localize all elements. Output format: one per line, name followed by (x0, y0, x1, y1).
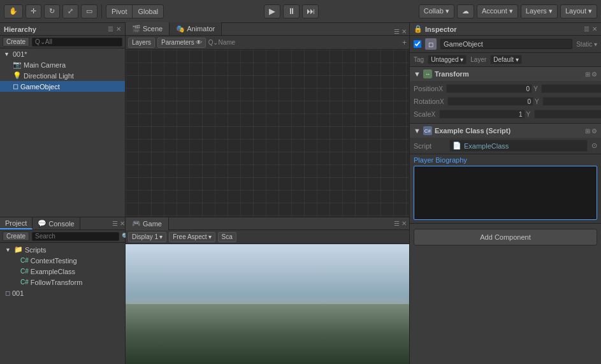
project-item-follow-transform[interactable]: C# FollowTransform (1, 277, 124, 288)
example-menu-icon[interactable]: ⚙ (591, 127, 597, 135)
position-y-input[interactable] (541, 84, 601, 93)
transform-header[interactable]: ▼ ↔ Transform ⊞ ⚙ (410, 67, 601, 81)
project-menu-icon[interactable]: ☰ (112, 220, 118, 227)
pause-button[interactable]: ⏸ (283, 4, 300, 18)
main-area: Hierarchy ☰ ✕ Create ▼ 001* 📷 Main Camer… (0, 23, 601, 364)
add-icon[interactable]: + (402, 38, 407, 47)
display-dropdown[interactable]: Display 1 ▾ (128, 232, 166, 242)
inspector-close-icon[interactable]: ✕ (592, 25, 597, 33)
static-label[interactable]: Static ▾ (576, 41, 597, 48)
rotation-y-input[interactable] (542, 97, 601, 106)
add-component-button[interactable]: Add Component (414, 229, 597, 245)
go-hierarchy-icon: ◻ (13, 82, 18, 91)
game-close-icon[interactable]: ✕ (402, 220, 407, 227)
tab-console[interactable]: 💬 Console (33, 217, 80, 229)
item-label: 001 (12, 289, 24, 297)
hierarchy-item-gameobject[interactable]: ◻ GameObject (0, 81, 125, 92)
tool-rect-button[interactable]: ▭ (81, 4, 98, 18)
position-y-field: Y (533, 84, 601, 93)
project-panel: Project 💬 Console ☰ ✕ Create 🔍 ⧫ (0, 217, 125, 364)
example-ref-icon[interactable]: ⊞ (585, 127, 590, 135)
global-label[interactable]: Global (133, 5, 163, 18)
tab-project[interactable]: Project (0, 217, 33, 229)
hierarchy-menu-icon[interactable]: ☰ (108, 25, 113, 33)
inspector-menu-icon[interactable]: ☰ (584, 25, 590, 33)
layers-button[interactable]: Layers ▾ (521, 4, 558, 18)
project-create-button[interactable]: Create (3, 231, 29, 241)
tab-animator[interactable]: 🎭 Animator (170, 22, 222, 35)
game-tabs: 🎮 Game ☰ ✕ (126, 217, 409, 230)
transform-menu-icon[interactable]: ⚙ (591, 71, 597, 78)
item-label: 001* (13, 50, 27, 58)
position-x-field: X (438, 84, 532, 93)
scene-close-icon[interactable]: ✕ (402, 28, 407, 35)
rotation-x-input[interactable] (447, 97, 533, 106)
layers-dropdown[interactable]: Layers (128, 38, 155, 48)
rotation-x-field: X (440, 97, 533, 106)
hierarchy-search-input[interactable] (32, 38, 122, 47)
animator-tab-label: Animator (187, 25, 215, 33)
script-component-icon: C# (423, 126, 432, 135)
project-item-context-testing[interactable]: C# ContextTesting (1, 255, 124, 266)
hierarchy-item-directional-light[interactable]: 💡 Directional Light (0, 70, 125, 81)
hierarchy-list: ▼ 001* 📷 Main Camera 💡 Directional Light… (0, 48, 125, 217)
project-close-icon[interactable]: ✕ (120, 220, 125, 227)
player-bio-label: Player Biography (414, 156, 597, 164)
hierarchy-panel: Hierarchy ☰ ✕ Create ▼ 001* 📷 Main Camer… (0, 23, 125, 217)
tab-scene[interactable]: 🎬 Scene (126, 22, 170, 35)
tag-dropdown[interactable]: Untagged ▾ (428, 55, 467, 64)
hierarchy-toolbar: Create (0, 36, 125, 48)
gameobject-name-input[interactable] (440, 39, 572, 49)
cloud-button[interactable]: ☁ (457, 4, 474, 18)
project-item-001-scene[interactable]: ◻ 001 (1, 288, 124, 298)
scale-dropdown[interactable]: Sca (218, 232, 236, 242)
item-label: Main Camera (24, 61, 66, 69)
scene-view[interactable] (126, 50, 409, 217)
project-item-example-class[interactable]: C# ExampleClass (1, 266, 124, 277)
pivot-global-toggle[interactable]: Pivot Global (106, 4, 164, 18)
script-value[interactable]: 📄 ExampleClass (449, 140, 588, 152)
left-panel: Hierarchy ☰ ✕ Create ▼ 001* 📷 Main Camer… (0, 23, 126, 364)
ry-label: Y (535, 98, 541, 105)
scale-xyz: X Y Z (431, 110, 601, 119)
hierarchy-create-button[interactable]: Create (3, 37, 29, 47)
play-button[interactable]: ▶ (264, 4, 280, 18)
parameters-dropdown[interactable]: Parameters 👁 (157, 38, 206, 48)
tab-game[interactable]: 🎮 Game (126, 217, 169, 230)
tool-rotate-button[interactable]: ↻ (44, 4, 60, 18)
tool-move-button[interactable]: ✛ (25, 4, 41, 18)
example-class-icons: ⊞ ⚙ (585, 127, 597, 135)
aspect-dropdown[interactable]: Free Aspect ▾ (169, 232, 215, 242)
project-panel-icons: ☰ ✕ (112, 217, 125, 229)
tool-scale-button[interactable]: ⤢ (62, 4, 78, 18)
tool-hand-button[interactable]: ✋ (4, 4, 23, 18)
y-label: Y (533, 85, 540, 92)
tag-layer-row: Tag Untagged ▾ Layer Default ▾ (410, 53, 601, 67)
layer-dropdown[interactable]: Default ▾ (490, 55, 521, 64)
player-bio-textarea[interactable] (414, 166, 597, 220)
scale-x-input[interactable] (439, 110, 525, 119)
example-class-header[interactable]: ▼ C# Example Class (Script) ⊞ ⚙ (410, 124, 601, 138)
hierarchy-item-main-camera[interactable]: 📷 Main Camera (0, 59, 125, 70)
project-item-scripts[interactable]: ▼ 📁 Scripts (1, 244, 124, 255)
animator-tab-icon: 🎭 (176, 25, 185, 33)
pivot-label[interactable]: Pivot (106, 5, 133, 18)
hierarchy-item-001[interactable]: ▼ 001* (0, 48, 125, 59)
gameobject-active-checkbox[interactable] (414, 40, 421, 48)
inspector-panel: 🔒 Inspector ☰ ✕ ◻ Static ▾ Tag Untagged … (410, 23, 601, 364)
collab-button[interactable]: Collab ▾ (419, 4, 454, 18)
scale-y-input[interactable] (534, 110, 601, 119)
script-select-icon[interactable]: ⊙ (591, 142, 597, 150)
hierarchy-close-icon[interactable]: ✕ (116, 25, 121, 33)
project-search-input[interactable] (32, 232, 119, 241)
rx-label: X (440, 98, 446, 105)
layout-button[interactable]: Layout ▾ (560, 4, 597, 18)
transform-ref-icon[interactable]: ⊞ (585, 71, 590, 78)
scene-menu-icon[interactable]: ☰ (394, 28, 400, 35)
game-menu-icon[interactable]: ☰ (394, 220, 400, 227)
step-button[interactable]: ⏭ (302, 4, 319, 18)
position-x-input[interactable] (446, 84, 532, 93)
scene-icon: ◻ (5, 289, 10, 296)
account-button[interactable]: Account ▾ (477, 4, 518, 18)
inspector-lock-icon[interactable]: 🔒 (414, 25, 423, 33)
